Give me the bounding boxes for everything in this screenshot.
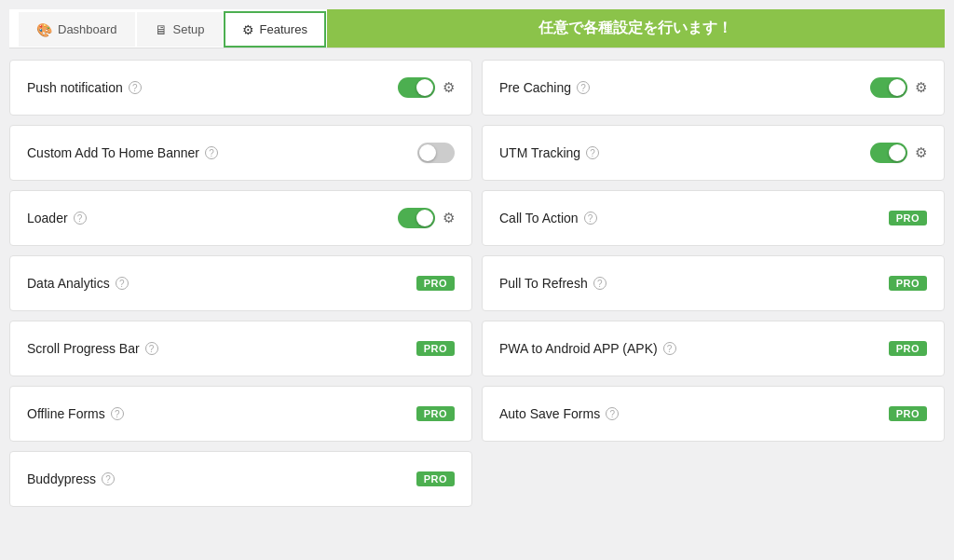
tab-setup[interactable]: 🖥 Setup bbox=[137, 12, 223, 47]
feature-push-notification: Push notification ? ⚙ bbox=[9, 60, 472, 116]
feature-name: Loader bbox=[27, 211, 68, 225]
help-icon[interactable]: ? bbox=[102, 472, 115, 485]
pro-badge[interactable]: PRO bbox=[416, 276, 455, 291]
feature-name: Data Analytics bbox=[27, 276, 110, 291]
pro-badge[interactable]: PRO bbox=[889, 406, 927, 421]
toggle-track bbox=[398, 208, 435, 228]
gear-icon[interactable]: ⚙ bbox=[915, 79, 927, 96]
help-icon[interactable]: ? bbox=[111, 407, 124, 420]
help-icon[interactable]: ? bbox=[663, 342, 676, 355]
feature-right: ⚙ bbox=[870, 143, 927, 163]
announcement-banner: 任意で各種設定を行います！ bbox=[327, 9, 945, 48]
custom-add-home-toggle[interactable] bbox=[417, 143, 455, 163]
help-icon[interactable]: ? bbox=[145, 342, 158, 355]
pro-badge[interactable]: PRO bbox=[889, 341, 927, 356]
pro-badge[interactable]: PRO bbox=[416, 406, 455, 421]
tab-dashboard[interactable]: 🎨 Dashboard bbox=[19, 12, 135, 47]
gear-icon[interactable]: ⚙ bbox=[443, 210, 455, 226]
help-icon[interactable]: ? bbox=[584, 212, 597, 225]
feature-left: Pre Caching ? bbox=[499, 80, 590, 95]
tab-features-label: Features bbox=[260, 22, 307, 36]
toggle-track bbox=[417, 143, 455, 163]
feature-right bbox=[417, 143, 455, 163]
feature-right: PRO bbox=[889, 406, 927, 421]
feature-left: Loader ? bbox=[27, 211, 87, 225]
help-icon[interactable]: ? bbox=[577, 81, 590, 94]
tab-setup-label: Setup bbox=[173, 22, 205, 36]
feature-name: Auto Save Forms bbox=[499, 406, 600, 421]
pro-badge[interactable]: PRO bbox=[416, 471, 455, 486]
feature-name: Custom Add To Home Banner bbox=[27, 145, 199, 160]
feature-left: Offline Forms ? bbox=[27, 406, 124, 421]
feature-right: PRO bbox=[416, 276, 455, 291]
feature-buddypress: Buddypress ? PRO bbox=[9, 451, 472, 507]
pre-caching-toggle[interactable] bbox=[870, 77, 907, 98]
feature-left: Custom Add To Home Banner ? bbox=[27, 145, 218, 160]
toggle-track bbox=[398, 77, 435, 98]
page-wrapper: 🎨 Dashboard 🖥 Setup ⚙ Features 任意で各種設定を行… bbox=[0, 0, 954, 527]
feature-name: Push notification bbox=[27, 80, 123, 95]
feature-name: Pre Caching bbox=[499, 80, 571, 95]
feature-offline-forms: Offline Forms ? PRO bbox=[9, 386, 472, 442]
feature-right: ⚙ bbox=[870, 77, 927, 98]
help-icon[interactable]: ? bbox=[116, 277, 129, 290]
feature-left: Buddypress ? bbox=[27, 471, 115, 486]
feature-left: Scroll Progress Bar ? bbox=[27, 341, 158, 356]
feature-name: Pull To Refresh bbox=[499, 276, 588, 291]
feature-right: PRO bbox=[416, 471, 455, 486]
tab-dashboard-label: Dashboard bbox=[58, 22, 117, 36]
toggle-track bbox=[870, 77, 907, 98]
utm-tracking-toggle[interactable] bbox=[870, 143, 907, 163]
feature-name: PWA to Android APP (APK) bbox=[499, 341, 658, 356]
toggle-thumb bbox=[416, 79, 433, 96]
feature-name: Call To Action bbox=[499, 211, 579, 225]
feature-pull-to-refresh: Pull To Refresh ? PRO bbox=[482, 255, 945, 311]
help-icon[interactable]: ? bbox=[586, 146, 599, 159]
pro-badge[interactable]: PRO bbox=[416, 341, 455, 356]
gear-icon[interactable]: ⚙ bbox=[443, 79, 455, 96]
right-column: Pre Caching ? ⚙ UTM bbox=[482, 60, 945, 507]
feature-pwa-android: PWA to Android APP (APK) ? PRO bbox=[482, 321, 945, 376]
pro-badge[interactable]: PRO bbox=[889, 276, 927, 291]
feature-right: ⚙ bbox=[398, 208, 455, 228]
feature-call-to-action: Call To Action ? PRO bbox=[482, 190, 945, 246]
tab-bar: 🎨 Dashboard 🖥 Setup ⚙ Features 任意で各種設定を行… bbox=[9, 9, 945, 48]
features-icon: ⚙ bbox=[242, 22, 254, 37]
dashboard-icon: 🎨 bbox=[36, 22, 52, 37]
banner-text: 任意で各種設定を行います！ bbox=[538, 20, 732, 35]
feature-left: PWA to Android APP (APK) ? bbox=[499, 341, 676, 356]
feature-name: Scroll Progress Bar bbox=[27, 341, 140, 356]
toggle-thumb bbox=[416, 210, 433, 226]
feature-name: UTM Tracking bbox=[499, 145, 580, 160]
loader-toggle[interactable] bbox=[398, 208, 435, 228]
pro-badge[interactable]: PRO bbox=[889, 211, 927, 225]
help-icon[interactable]: ? bbox=[129, 81, 142, 94]
feature-right: PRO bbox=[889, 211, 927, 225]
feature-left: Auto Save Forms ? bbox=[499, 406, 619, 421]
feature-left: Pull To Refresh ? bbox=[499, 276, 606, 291]
help-icon[interactable]: ? bbox=[74, 212, 87, 225]
feature-left: Push notification ? bbox=[27, 80, 142, 95]
feature-utm-tracking: UTM Tracking ? ⚙ bbox=[482, 125, 945, 181]
toggle-thumb bbox=[889, 144, 906, 161]
feature-custom-add-home: Custom Add To Home Banner ? bbox=[9, 125, 472, 181]
feature-auto-save-forms: Auto Save Forms ? PRO bbox=[482, 386, 945, 442]
help-icon[interactable]: ? bbox=[593, 277, 606, 290]
toggle-thumb bbox=[419, 144, 436, 161]
feature-right: PRO bbox=[416, 341, 455, 356]
feature-pre-caching: Pre Caching ? ⚙ bbox=[482, 60, 945, 116]
help-icon[interactable]: ? bbox=[205, 146, 218, 159]
feature-loader: Loader ? ⚙ bbox=[9, 190, 472, 246]
tab-features[interactable]: ⚙ Features bbox=[225, 12, 325, 47]
feature-right: ⚙ bbox=[398, 77, 455, 98]
gear-icon[interactable]: ⚙ bbox=[915, 144, 927, 161]
left-column: Push notification ? ⚙ bbox=[9, 60, 472, 507]
setup-icon: 🖥 bbox=[155, 22, 168, 37]
feature-right: PRO bbox=[416, 406, 455, 421]
feature-left: UTM Tracking ? bbox=[499, 145, 599, 160]
help-icon[interactable]: ? bbox=[606, 407, 619, 420]
feature-left: Data Analytics ? bbox=[27, 276, 129, 291]
push-notification-toggle[interactable] bbox=[398, 77, 435, 98]
feature-right: PRO bbox=[889, 276, 927, 291]
features-content: Push notification ? ⚙ bbox=[9, 48, 945, 518]
